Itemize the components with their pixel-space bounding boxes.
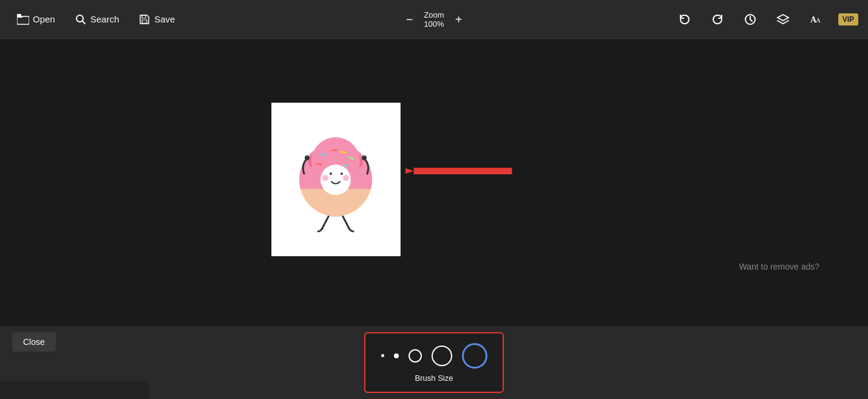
save-label: Save [154, 14, 175, 24]
brush-size-sm[interactable] [394, 353, 399, 358]
save-icon [138, 13, 151, 26]
svg-point-29 [305, 155, 310, 160]
brush-size-md[interactable] [409, 349, 422, 363]
zoom-label: Zoom 100% [424, 10, 444, 29]
bottom-bar: Close Brush Size [0, 326, 868, 399]
donut-image [279, 110, 394, 250]
zoom-value: 100% [424, 19, 444, 29]
svg-point-25 [330, 172, 332, 175]
open-icon [17, 13, 29, 26]
image-card [271, 103, 401, 256]
bottom-left-strip [0, 381, 149, 399]
ads-text: Want to remove ads? [739, 262, 819, 271]
zoom-in-button[interactable]: + [452, 12, 466, 27]
svg-text:A: A [816, 16, 821, 24]
brush-size-xs[interactable] [381, 354, 384, 357]
red-arrow [405, 156, 515, 186]
brush-size-lg[interactable] [432, 346, 452, 366]
brush-sizes [381, 343, 487, 369]
search-label: Search [90, 14, 120, 24]
svg-marker-7 [778, 15, 788, 21]
brush-size-xl[interactable] [462, 343, 487, 369]
save-button[interactable]: Save [131, 9, 182, 30]
zoom-control: − Zoom 100% + [402, 10, 466, 29]
topbar-left: Open Search Save [10, 9, 182, 30]
undo-button[interactable] [673, 10, 696, 29]
topbar: Open Search Save [0, 0, 868, 39]
topbar-right: A A VIP [673, 10, 858, 29]
svg-point-27 [322, 175, 328, 181]
zoom-out-button[interactable]: − [402, 12, 417, 27]
history-button[interactable] [739, 10, 762, 29]
open-button[interactable]: Open [10, 9, 63, 30]
svg-point-31 [324, 207, 348, 217]
search-icon [75, 13, 87, 26]
svg-point-28 [343, 175, 349, 181]
canvas-area: Want to remove ads? Close Brush Size [0, 39, 868, 399]
svg-point-26 [341, 172, 343, 175]
brush-label: Brush Size [415, 373, 453, 383]
close-button[interactable]: Close [12, 332, 56, 352]
svg-point-30 [362, 155, 367, 160]
layers-button[interactable] [771, 10, 795, 29]
vip-button[interactable]: VIP [838, 13, 858, 26]
open-label: Open [33, 14, 55, 24]
search-button[interactable]: Search [67, 9, 127, 30]
translate-button[interactable]: A A [804, 10, 829, 29]
svg-line-4 [82, 21, 85, 24]
redo-button[interactable] [706, 10, 729, 29]
brush-size-panel: Brush Size [364, 332, 504, 393]
zoom-title: Zoom [424, 10, 444, 19]
